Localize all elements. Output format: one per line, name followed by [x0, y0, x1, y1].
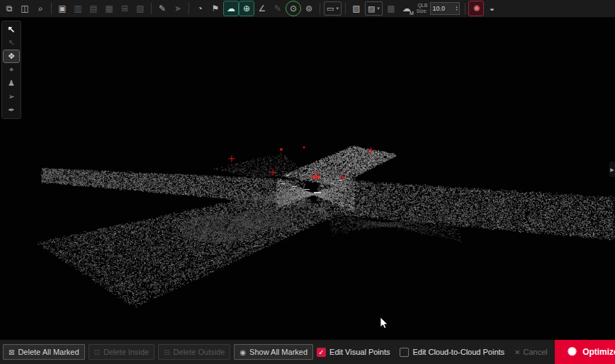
- chevron-down-icon: ▾: [377, 6, 380, 11]
- camera-button[interactable]: ▣: [55, 1, 69, 16]
- cube-options-dropdown[interactable]: ▨▾: [365, 1, 383, 16]
- viewport-3d[interactable]: [0, 17, 615, 340]
- fill-tool-button[interactable]: ◒: [485, 1, 499, 16]
- globe-view-button[interactable]: ⊕: [239, 1, 254, 16]
- cube-options-icon: ▨: [368, 4, 375, 13]
- delete-inside-label: Delete Inside: [103, 348, 149, 356]
- optimize-bundle-label: Optimize Bundle: [582, 347, 615, 357]
- pen-nib-icon: ✒: [8, 106, 14, 115]
- spinner-arrows-icon[interactable]: ▲▼: [455, 6, 458, 11]
- select-add-tool-button[interactable]: ↖: [4, 37, 19, 49]
- edit-cloud-to-cloud-points-label: Edit Cloud-to-Cloud Points: [412, 348, 504, 356]
- control-point-button[interactable]: ⊙: [286, 1, 300, 16]
- pin-icon: ⊙: [290, 4, 297, 13]
- bottom-bar-checkboxes: ✓Edit Visual PointsEdit Cloud-to-Cloud P…: [317, 348, 504, 357]
- navigate-icon: ➢: [8, 92, 14, 101]
- control-point-marker[interactable]: [229, 156, 235, 162]
- delete-all-marked-label: Delete All Marked: [18, 348, 79, 356]
- control-point-marker[interactable]: [303, 147, 305, 149]
- pick-tool-button[interactable]: ➤: [171, 1, 185, 16]
- film-panel-button[interactable]: ▧: [133, 1, 147, 16]
- cloud-icon: ☁: [227, 4, 235, 13]
- control-point-marker[interactable]: [340, 174, 346, 181]
- delete-all-marked-button[interactable]: ⊠Delete All Marked: [3, 344, 85, 360]
- cancel-button[interactable]: ✕ Cancel: [514, 348, 548, 356]
- control-point-adjust-button[interactable]: ⊚: [302, 1, 316, 16]
- select-tool-button[interactable]: ↖: [4, 23, 19, 35]
- zoom-extents-button[interactable]: ⌕: [33, 1, 47, 16]
- film-icon: ▧: [136, 4, 144, 13]
- cube-alt-icon: ▩: [387, 4, 395, 13]
- delete-all-marked-icon: ⊠: [9, 348, 14, 356]
- display-mode-dropdown[interactable]: ▭▾: [324, 1, 342, 16]
- flag-tool-button[interactable]: ⚑: [208, 1, 222, 16]
- image-panel-button[interactable]: ⊞: [118, 1, 132, 16]
- cube-view-button[interactable]: ▧: [349, 1, 363, 16]
- panel-grid-button[interactable]: ▦: [102, 1, 116, 16]
- pencil-icon: ✎: [274, 4, 281, 13]
- delete-outside-icon: ⊟: [164, 348, 169, 356]
- delete-inside-button: ⊡Delete Inside: [89, 344, 155, 360]
- optimize-bundle-button[interactable]: ✺ Optimize Bundle: [555, 340, 615, 364]
- target-icon: ⌖: [9, 65, 13, 74]
- qlb-size-input[interactable]: 10.0▲▼: [430, 2, 460, 15]
- edit-visual-points-checkbox[interactable]: ✓Edit Visual Points: [317, 348, 390, 357]
- cube-alt-button[interactable]: ▩: [384, 1, 398, 16]
- checkmark-icon[interactable]: ✓: [317, 348, 326, 357]
- panel-rows-button[interactable]: ▤: [86, 1, 101, 16]
- top-toolbar: ⧉◫⌕▣▥▤▦⊞▧✎➤◔⚑☁⊕∠✎⊙⊚▭▾▧▨▾▩☁MQLBSize:10.0▲…: [0, 0, 615, 18]
- bottom-bar-right: ✓Edit Visual PointsEdit Cloud-to-Cloud P…: [317, 340, 615, 364]
- move-tool-button[interactable]: ✥: [4, 50, 19, 62]
- delete-outside-button: ⊟Delete Outside: [158, 344, 230, 360]
- camera-icon: ▣: [58, 4, 66, 13]
- control-point-marker[interactable]: [312, 172, 321, 181]
- panel-columns-button[interactable]: ▥: [71, 1, 85, 16]
- split-view-icon: ◫: [21, 4, 28, 13]
- bottom-bar-buttons: ⊠Delete All Marked⊡Delete Inside⊟Delete …: [3, 344, 317, 360]
- move-icon: ✥: [8, 52, 14, 61]
- toolbar-separator: [151, 3, 152, 14]
- person-icon: ♟: [8, 79, 15, 88]
- point-cloud-canvas[interactable]: [0, 17, 615, 340]
- navigate-tool-button[interactable]: ➢: [4, 91, 19, 103]
- cloud-classify-button[interactable]: ☁: [224, 1, 238, 16]
- layers-icon: ⧉: [6, 4, 13, 13]
- show-all-marked-label: Show All Marked: [249, 348, 308, 356]
- control-point-marker[interactable]: [367, 147, 374, 154]
- globe-icon: ⊕: [243, 4, 250, 13]
- orbit-tool-button[interactable]: ◔: [193, 1, 207, 16]
- layers-button[interactable]: ⧉: [2, 1, 16, 16]
- angle-icon: ∠: [259, 4, 266, 13]
- paint-marked-button[interactable]: ✺: [469, 1, 483, 16]
- qlb-size-control: QLBSize:10.0▲▼: [417, 2, 461, 15]
- person-view-button[interactable]: ♟: [4, 77, 19, 89]
- delete-inside-icon: ⊡: [94, 348, 100, 356]
- control-point-marker[interactable]: [270, 169, 276, 176]
- show-all-marked-button[interactable]: ◉Show All Marked: [234, 344, 313, 360]
- rows-icon: ▤: [89, 4, 97, 13]
- draw-tool-button[interactable]: ✎: [155, 1, 169, 16]
- toolbar-separator: [320, 3, 320, 14]
- cursor-icon: ↖: [8, 24, 16, 35]
- chevron-down-icon: ▾: [336, 6, 339, 11]
- annotate-tool-button[interactable]: ✎: [271, 1, 285, 16]
- control-point-marker[interactable]: [280, 148, 283, 151]
- paint-tool-button[interactable]: ✒: [4, 104, 19, 116]
- edit-visual-points-label: Edit Visual Points: [329, 348, 390, 356]
- badge-label: M: [410, 11, 414, 16]
- split-view-button[interactable]: ◫: [18, 1, 32, 16]
- spray-icon: ✺: [473, 4, 480, 13]
- cursor-plus-icon: ↖: [8, 38, 14, 47]
- measure-tool-button[interactable]: ∠: [255, 1, 269, 16]
- left-toolbar: ↖↖✥⌖♟➢✒: [1, 21, 21, 119]
- gps-tool-button[interactable]: ⌖: [4, 64, 19, 76]
- pick-arrow-icon: ➤: [174, 4, 181, 13]
- panel-expander-arrow[interactable]: ▸: [609, 161, 615, 177]
- grid-icon: ▦: [105, 4, 113, 13]
- pen-icon: ✎: [159, 4, 166, 13]
- checkbox-empty-icon[interactable]: [400, 348, 409, 357]
- delete-outside-label: Delete Outside: [174, 348, 225, 356]
- display-mode-icon: ▭: [327, 4, 334, 13]
- edit-cloud-to-cloud-points-checkbox[interactable]: Edit Cloud-to-Cloud Points: [400, 348, 504, 357]
- cloud-merge-button[interactable]: ☁M: [400, 1, 414, 16]
